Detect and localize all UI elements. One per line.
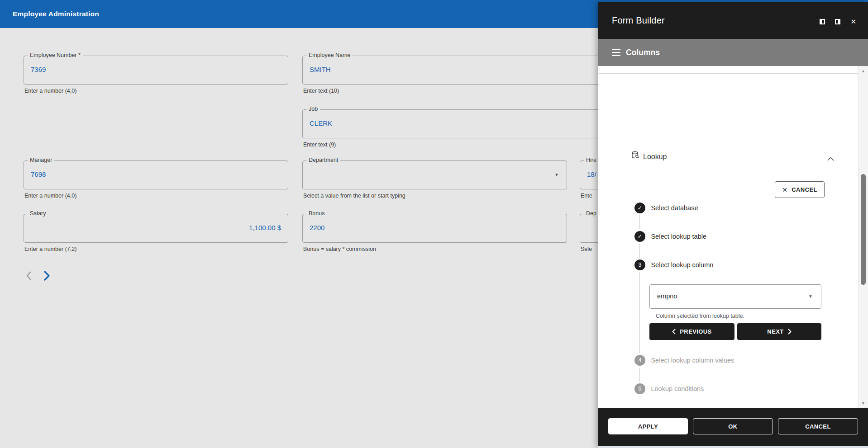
field-helper: Bonus = salary * commission: [303, 246, 376, 252]
step-number: 3: [634, 259, 645, 270]
field-value: 2200: [310, 224, 324, 231]
field-bonus: Bonus 2200 Bonus = salary * commission: [302, 214, 567, 257]
apply-button[interactable]: APPLY: [608, 418, 688, 434]
field-label: Dep: [584, 210, 599, 217]
step-select-database[interactable]: ✓ Select database: [634, 203, 698, 213]
field-label: Hire: [584, 157, 599, 163]
field-helper: Enter a number (4,0): [24, 193, 76, 199]
screen: Employee Administration Employee Number …: [0, 0, 868, 448]
field-manager: Manager 7698 Enter a number (4,0): [24, 160, 288, 204]
field-value: 7698: [31, 170, 46, 178]
caret-down-icon: ▼: [808, 294, 813, 299]
chevron-right-icon: [788, 329, 792, 335]
field-department: Department ▼ Select a value from the lis…: [302, 160, 567, 204]
field-helper: Select a value from the list or start ty…: [303, 193, 405, 199]
step-label: Select lookup column values: [651, 357, 734, 364]
field-label: Employee Name: [306, 52, 353, 58]
wizard-cancel-label: CANCEL: [792, 186, 817, 193]
employee-number-input[interactable]: [24, 56, 288, 85]
field-helper: Enter text (9): [303, 141, 336, 148]
section-divider: [598, 73, 858, 74]
field-value: 7369: [31, 66, 46, 73]
dropdown-value: empno: [657, 292, 677, 300]
field-label: Department: [306, 157, 340, 163]
panel-title: Form Builder: [612, 2, 665, 39]
step-label: Lookup conditions: [651, 385, 704, 392]
step-number: 5: [634, 383, 645, 394]
field-value: SMITH: [310, 66, 331, 73]
lookup-database-icon: [631, 151, 639, 161]
dropdown-helper: Column selected from lookup table.: [656, 313, 744, 319]
caret-down-icon[interactable]: ▼: [554, 172, 559, 177]
wizard-next-button[interactable]: NEXT: [737, 323, 821, 340]
field-helper: Enter a number (7,2): [24, 246, 76, 252]
lookup-column-dropdown[interactable]: empno ▼: [649, 284, 821, 309]
step-label: Select lookup column: [651, 261, 713, 269]
step-select-lookup-table[interactable]: ✓ Select lookup table: [634, 231, 706, 242]
step-connector: [639, 272, 640, 353]
check-icon: ✓: [634, 231, 645, 242]
department-select[interactable]: [302, 160, 567, 189]
chevron-left-icon: [672, 329, 676, 335]
field-employee-number: Employee Number * 7369 Enter a number (4…: [24, 56, 288, 99]
field-helper: Enter a number (4,0): [24, 88, 76, 94]
field-label: Bonus: [306, 210, 327, 217]
step-connector: [639, 244, 640, 258]
dock-left-icon[interactable]: [820, 19, 825, 24]
columns-section-bar: Columns: [598, 39, 868, 66]
step-number: 4: [634, 355, 645, 366]
field-value: CLERK: [310, 119, 332, 127]
close-icon[interactable]: ✕: [850, 19, 856, 25]
field-label: Salary: [28, 210, 48, 217]
wizard-cancel-button[interactable]: ✕ CANCEL: [775, 181, 825, 198]
page-title: Employee Administration: [13, 0, 99, 28]
step-connector: [639, 215, 640, 229]
bonus-input[interactable]: [302, 214, 567, 243]
record-pagination: [25, 270, 58, 286]
next-record-icon[interactable]: [42, 270, 51, 283]
panel-content: Lookup ✕ CANCEL ✓ Select database ✓ Sele…: [598, 66, 868, 408]
lookup-section-title: Lookup: [643, 153, 667, 161]
field-label: Job: [306, 106, 320, 112]
scroll-up-icon[interactable]: ▲: [858, 69, 868, 73]
chevron-up-icon[interactable]: [827, 155, 834, 163]
field-value: 1,100.00 $: [249, 224, 281, 231]
field-label: Employee Number *: [28, 52, 83, 58]
step-select-lookup-column-values[interactable]: 4 Select lookup column values: [634, 355, 734, 366]
section-label: Columns: [626, 39, 660, 66]
scroll-down-icon[interactable]: ▼: [858, 401, 868, 406]
ok-button[interactable]: OK: [693, 418, 773, 434]
next-label: NEXT: [767, 328, 783, 335]
menu-icon[interactable]: [612, 49, 620, 58]
step-label: Select lookup table: [651, 233, 706, 240]
close-icon: ✕: [782, 186, 787, 193]
manager-input[interactable]: [24, 160, 288, 189]
panel-window-controls: ✕: [811, 17, 856, 24]
field-salary: Salary 1,100.00 $ Enter a number (7,2): [24, 214, 288, 257]
field-helper: Ente: [581, 193, 592, 199]
field-helper: Enter text (10): [303, 88, 339, 94]
wizard-previous-button[interactable]: PREVIOUS: [649, 323, 734, 340]
step-label: Select database: [651, 204, 698, 212]
scrollbar-thumb[interactable]: [861, 174, 866, 285]
previous-label: PREVIOUS: [680, 328, 711, 335]
dock-right-icon[interactable]: [835, 19, 840, 24]
form-builder-panel: Form Builder ✕ Columns L: [598, 2, 868, 448]
panel-footer: APPLY OK CANCEL: [598, 408, 868, 446]
panel-scrollbar[interactable]: ▲ ▼: [858, 66, 868, 408]
panel-header: Form Builder ✕: [598, 2, 868, 39]
step-connector: [639, 368, 640, 382]
cancel-button[interactable]: CANCEL: [778, 418, 858, 434]
field-value: 18/: [587, 170, 596, 178]
step-lookup-conditions[interactable]: 5 Lookup conditions: [634, 383, 704, 394]
check-icon: ✓: [634, 203, 645, 213]
field-label: Manager: [28, 157, 54, 163]
panel-bottom-strip: [598, 446, 868, 448]
previous-record-icon[interactable]: [25, 271, 33, 282]
step-select-lookup-column[interactable]: 3 Select lookup column: [634, 259, 713, 270]
field-helper: Sele: [581, 246, 592, 252]
